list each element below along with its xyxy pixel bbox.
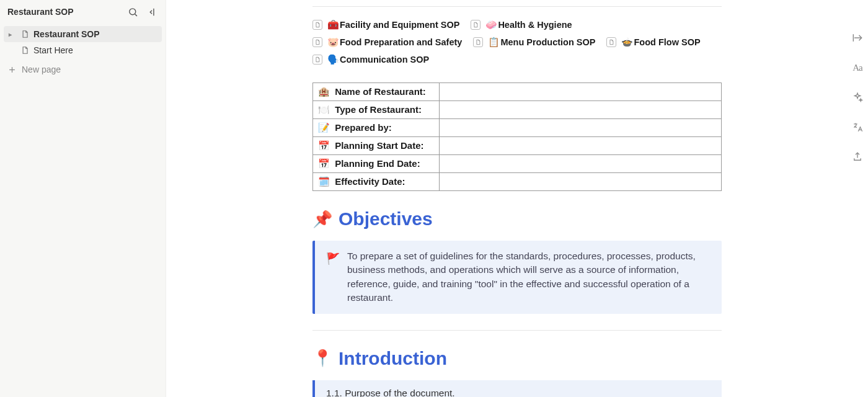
meta-value-cell[interactable] [440,83,722,101]
sidebar-header: Restaurant SOP [0,0,166,24]
round-pushpin-icon: 📍 [312,349,332,368]
chip-label: Menu Production SOP [500,37,595,47]
table-row: 🏨 Name of Restaurant: [313,83,722,101]
subpage-link[interactable]: 🗣️Communication SOP [312,54,429,65]
sidebar: Restaurant SOP ▸ Restaurant SOP Start He… [0,0,166,397]
subpage-link[interactable]: 🐷Food Preparation and Safety [312,37,462,48]
page-icon [312,55,322,65]
meta-value-cell[interactable] [440,101,722,119]
chip-emoji: 🧰 [327,19,339,30]
search-icon[interactable] [127,6,138,17]
typography-icon[interactable]: Aa [851,61,864,74]
table-row: 🍽️ Type of Restaurant: [313,101,722,119]
introduction-callout: 1.1. Purpose of the document. • [312,380,722,397]
divider [312,6,722,7]
collapse-sidebar-icon[interactable] [147,6,158,17]
svg-line-1 [135,14,136,16]
chip-label: Health & Hygiene [498,20,572,30]
introduction-heading: 📍 Introduction [312,348,722,369]
sidebar-item-label: Restaurant SOP [33,29,100,39]
chip-label: Facility and Equipment SOP [340,20,459,30]
flag-icon: 🚩 [326,251,340,305]
chip-label: Communication SOP [340,55,429,65]
chip-emoji: 🍲 [621,37,633,47]
workspace-title: Restaurant SOP [7,7,74,17]
table-row: 📝 Prepared by: [313,119,722,137]
page-icon [312,20,322,30]
subpage-link[interactable]: 📋Menu Production SOP [473,37,595,48]
divider [312,330,722,331]
objectives-title: Objectives [339,208,433,230]
expand-icon[interactable] [851,31,864,45]
table-row: 📅 Planning End Date: [313,155,722,173]
sidebar-header-actions [127,6,158,17]
page-icon [20,45,30,55]
sidebar-item-restaurant-sop[interactable]: ▸ Restaurant SOP [4,26,162,42]
subpage-link[interactable]: 🧼Health & Hygiene [471,19,572,30]
subpage-link[interactable]: 🧰Facility and Equipment SOP [312,19,459,30]
chip-label: Food Preparation and Safety [340,37,462,47]
page-icon [20,29,30,39]
meta-value-cell[interactable] [440,119,722,137]
chip-emoji: 🐷 [327,37,339,47]
page-icon [473,37,483,47]
right-rail: Aa [851,31,864,164]
meta-label-cell: 📅 Planning End Date: [313,155,440,173]
meta-label-cell: 📝 Prepared by: [313,119,440,137]
meta-label-cell: 🏨 Name of Restaurant: [313,83,440,101]
sidebar-item-label: Start Here [33,45,73,55]
page-tree: ▸ Restaurant SOP Start Here [0,24,166,61]
main-content: 🧰Facility and Equipment SOP🧼Health & Hyg… [166,0,868,397]
subpage-links: 🧰Facility and Equipment SOP🧼Health & Hyg… [312,16,722,65]
meta-label-cell: 🍽️ Type of Restaurant: [313,101,440,119]
metadata-table: 🏨 Name of Restaurant:🍽️ Type of Restaura… [312,83,722,191]
meta-value-cell[interactable] [440,173,722,191]
subpage-link[interactable]: 🍲Food Flow SOP [606,37,700,48]
page-icon [606,37,616,47]
new-page-button[interactable]: New page [0,61,166,78]
introduction-title: Introduction [339,348,447,369]
meta-label-cell: 🗓️ Effectivity Date: [313,173,440,191]
chip-emoji: 🧼 [485,19,497,30]
objectives-heading: 📌 Objectives [312,208,722,230]
chip-emoji: 📋 [488,37,500,47]
introduction-line-1: 1.1. Purpose of the document. [326,388,711,397]
ai-sparkle-icon[interactable] [851,91,864,104]
meta-value-cell[interactable] [440,155,722,173]
table-row: 🗓️ Effectivity Date: [313,173,722,191]
meta-value-cell[interactable] [440,137,722,155]
objectives-callout: 🚩 To prepare a set of guidelines for the… [312,241,722,314]
table-row: 📅 Planning Start Date: [313,137,722,155]
sidebar-item-start-here[interactable]: Start Here [4,42,162,58]
chip-emoji: 🗣️ [327,54,339,65]
export-icon[interactable] [851,150,864,164]
new-page-label: New page [22,65,61,74]
chip-label: Food Flow SOP [634,37,700,47]
translate-icon[interactable] [851,120,864,134]
objectives-callout-text: To prepare a set of guidelines for the s… [347,249,711,305]
pushpin-icon: 📌 [312,210,332,229]
meta-label-cell: 📅 Planning Start Date: [313,137,440,155]
chevron-right-icon[interactable]: ▸ [9,31,16,38]
page-icon [471,20,480,30]
svg-point-0 [129,8,135,14]
document: 🧰Facility and Equipment SOP🧼Health & Hyg… [312,6,722,397]
page-icon [312,37,322,47]
